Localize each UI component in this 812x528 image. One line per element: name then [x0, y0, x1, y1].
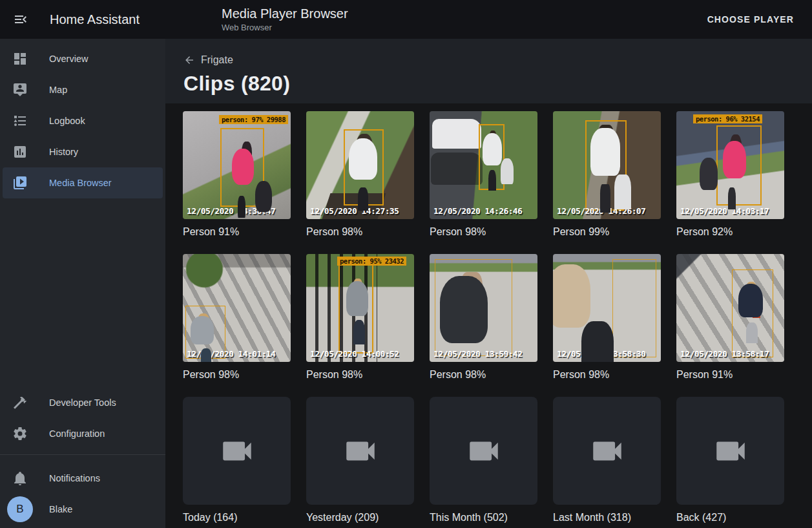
- hammer-icon: [12, 395, 28, 410]
- video-camera-icon: [588, 432, 626, 470]
- sidebar-item-media-browser[interactable]: Media Browser: [3, 167, 163, 198]
- app-window: Home Assistant Media Player Browser Web …: [0, 0, 812, 528]
- sidebar-item-label: Notifications: [49, 473, 100, 483]
- breadcrumb-label: Frigate: [201, 54, 233, 66]
- clip-thumbnail: 12/05/2020 13:59:42: [430, 254, 537, 362]
- sidebar-item-label: Map: [49, 85, 67, 95]
- folder-thumbnail: [676, 397, 784, 505]
- page-title: Media Player Browser: [222, 6, 348, 21]
- detection-bounding-box: [716, 125, 762, 206]
- top-app-bar: Home Assistant Media Player Browser Web …: [0, 0, 812, 39]
- sidebar-item-logbook[interactable]: Logbook: [3, 105, 163, 136]
- detection-bounding-box: [435, 259, 512, 356]
- clip-label: Person 99%: [553, 225, 661, 238]
- chart-box-icon: [12, 144, 28, 160]
- sidebar-header: Home Assistant: [0, 12, 165, 27]
- clip-timestamp-overlay: 12/05/2020 14:27:35: [310, 206, 399, 216]
- format-list-bulleted-icon: [12, 113, 28, 129]
- clip-card[interactable]: 12/05/2020 14:27:35 Person 98%: [306, 111, 414, 238]
- detection-bounding-box: [220, 128, 264, 207]
- folder-label: Yesterday (209): [306, 511, 414, 524]
- folder-card-this-month[interactable]: This Month (502): [430, 397, 537, 524]
- clip-timestamp-overlay: 12/05/2020 13:58:17: [680, 349, 769, 359]
- clip-label: Person 98%: [430, 225, 537, 238]
- clip-timestamp-overlay: 12/05/2020 13:59:42: [433, 349, 522, 359]
- clip-label: Person 91%: [183, 225, 291, 238]
- view-dashboard-icon: [12, 51, 28, 67]
- clip-thumbnail: 12/05/2020 13:58:17: [676, 254, 784, 362]
- detection-label: person: 96% 32154: [693, 114, 762, 123]
- clip-label: Person 98%: [306, 225, 414, 238]
- folder-card-back[interactable]: Back (427): [676, 397, 784, 524]
- folder-label: Last Month (318): [553, 511, 661, 524]
- tooltip-account-icon: [12, 82, 28, 98]
- clip-thumbnail: 12/05/2020 13:58:30: [553, 254, 661, 362]
- clip-timestamp-overlay: 12/05/2020 14:03:17: [680, 206, 769, 216]
- folder-card-last-month[interactable]: Last Month (318): [553, 397, 661, 524]
- sidebar-item-label: Media Browser: [49, 178, 112, 188]
- sidebar-item-notifications[interactable]: Notifications: [3, 463, 163, 494]
- folder-thumbnail: [430, 397, 537, 505]
- clip-card[interactable]: 12/05/2020 14:26:46 Person 98%: [430, 111, 537, 238]
- page-heading: Clips (820): [183, 72, 794, 96]
- sidebar-item-configuration[interactable]: Configuration: [3, 418, 163, 449]
- sidebar-item-label: Logbook: [49, 116, 85, 126]
- detection-label: person: 97% 29988: [219, 115, 288, 124]
- folder-card-yesterday[interactable]: Yesterday (209): [306, 397, 414, 524]
- sidebar-bottom-section: Notifications B Blake: [0, 454, 165, 528]
- clip-label: Person 98%: [553, 368, 661, 381]
- video-camera-icon: [218, 432, 256, 470]
- clip-card[interactable]: 12/05/2020 13:58:30 Person 98%: [553, 254, 661, 381]
- choose-player-button[interactable]: CHOOSE PLAYER: [702, 9, 799, 30]
- app-title: Home Assistant: [50, 12, 140, 27]
- clip-card[interactable]: person: 97% 29988 12/05/2020 14:38:47 Pe…: [183, 111, 291, 238]
- sidebar: Overview Map Logbook History: [0, 39, 165, 528]
- sidebar-item-user-profile[interactable]: B Blake: [3, 494, 163, 525]
- clip-timestamp-overlay: 12/05/2020 14:38:47: [187, 206, 275, 216]
- sidebar-item-label: Developer Tools: [49, 397, 116, 408]
- folder-thumbnail: [183, 397, 291, 505]
- sidebar-item-history[interactable]: History: [3, 136, 163, 167]
- avatar: B: [7, 496, 33, 522]
- clip-card[interactable]: 12/05/2020 13:58:17 Person 91%: [676, 254, 784, 381]
- sidebar-item-developer-tools[interactable]: Developer Tools: [3, 387, 163, 418]
- folder-thumbnail: [553, 397, 661, 505]
- page-subtitle: Web Browser: [222, 23, 348, 33]
- sidebar-item-map[interactable]: Map: [3, 74, 163, 105]
- clip-timestamp-overlay: 12/05/2020 14:01:14: [187, 349, 275, 359]
- page-title-block: Media Player Browser Web Browser: [222, 6, 348, 33]
- folder-card-today[interactable]: Today (164): [183, 397, 291, 524]
- folder-label: Back (427): [676, 511, 784, 524]
- clip-card[interactable]: person: 95% 23432 12/05/2020 14:00:52 Pe…: [306, 254, 414, 381]
- clip-thumbnail: person: 95% 23432 12/05/2020 14:00:52: [306, 254, 414, 362]
- user-name: Blake: [49, 504, 72, 514]
- menu-open-icon[interactable]: [13, 12, 28, 27]
- video-camera-icon: [712, 432, 749, 470]
- clip-label: Person 91%: [676, 368, 784, 381]
- clip-thumbnail: 12/05/2020 14:27:35: [306, 111, 414, 219]
- sidebar-spacer: [0, 198, 165, 387]
- clip-thumbnail: 12/05/2020 14:01:14: [183, 254, 291, 362]
- clip-timestamp-overlay: 12/05/2020 13:58:30: [557, 349, 645, 359]
- clip-timestamp-overlay: 12/05/2020 14:26:07: [557, 206, 645, 216]
- bell-icon: [12, 470, 28, 486]
- folder-label: Today (164): [183, 511, 291, 524]
- clip-thumbnail: 12/05/2020 14:26:46: [430, 111, 537, 219]
- clip-card[interactable]: 12/05/2020 14:01:14 Person 98%: [183, 254, 291, 381]
- detection-bounding-box: [338, 264, 373, 354]
- main-content: Frigate Clips (820) person: 97% 29988 12…: [165, 39, 812, 528]
- clip-card[interactable]: 12/05/2020 14:26:07 Person 99%: [553, 111, 661, 238]
- breadcrumb-back-frigate[interactable]: Frigate: [183, 54, 233, 66]
- folder-label: This Month (502): [430, 511, 537, 524]
- clip-timestamp-overlay: 12/05/2020 14:00:52: [310, 349, 399, 359]
- content-header: Frigate Clips (820): [165, 39, 812, 103]
- sidebar-item-label: History: [49, 147, 78, 157]
- sidebar-item-overview[interactable]: Overview: [3, 43, 163, 74]
- clips-grid: person: 97% 29988 12/05/2020 14:38:47 Pe…: [183, 111, 795, 524]
- clip-thumbnail: person: 97% 29988 12/05/2020 14:38:47: [183, 111, 291, 219]
- clip-label: Person 98%: [430, 368, 537, 381]
- detection-bounding-box: [612, 259, 656, 357]
- clip-card[interactable]: person: 96% 32154 12/05/2020 14:03:17 Pe…: [676, 111, 784, 238]
- clip-timestamp-overlay: 12/05/2020 14:26:46: [433, 206, 522, 216]
- clip-card[interactable]: 12/05/2020 13:59:42 Person 98%: [430, 254, 537, 381]
